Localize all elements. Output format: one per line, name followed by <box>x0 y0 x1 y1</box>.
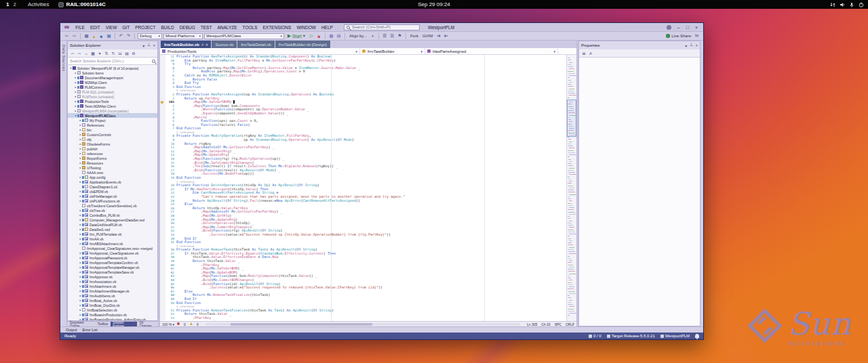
show-all-files-icon[interactable]: ▤ <box>124 51 130 56</box>
line-indicator[interactable]: Ln 305 <box>527 322 537 326</box>
home-icon[interactable]: ⌂ <box>83 51 89 56</box>
properties-icon[interactable]: ⚙ <box>131 51 136 56</box>
fork-button[interactable]: Fork <box>409 34 420 38</box>
member-dropdown[interactable]: HasPartsAssigned▾ <box>425 48 558 54</box>
tree-item[interactable]: ▸frmApprovalPassword.vb <box>68 255 157 260</box>
tree-item[interactable]: ▸frmApprovalTemplateConfirm.vb <box>68 260 157 265</box>
system-tray[interactable] <box>830 2 864 7</box>
menu-window[interactable]: WINDOW <box>294 25 319 30</box>
tree-item[interactable]: ▸WestportPLM64 (incompatible) <box>68 108 157 113</box>
clock[interactable]: Sep 29 09:24 <box>418 1 450 7</box>
solution-explorer-search-input[interactable]: Search Solution Explorer (Ctrl+;) <box>68 58 157 65</box>
toolwindow-menu-icon[interactable]: ▾ <box>685 43 687 48</box>
hot-reload-icon[interactable]: ■ <box>316 33 322 39</box>
feedback-icon[interactable]: ✉ <box>694 33 700 39</box>
tree-item[interactable]: ▸frmAttachment.vb <box>68 284 157 289</box>
panel-tab-error-list[interactable]: Error List <box>83 328 98 332</box>
tree-item[interactable]: ▸frmBoat_Active.vb <box>68 298 157 303</box>
pending-changes-filter-icon[interactable]: ▾ <box>97 51 102 56</box>
column-indicator[interactable]: Ch 33 <box>541 322 550 326</box>
tree-item[interactable]: ▾WestportPLMClass <box>68 113 157 118</box>
save-icon[interactable]: ■ <box>98 33 104 39</box>
lightbulb-icon[interactable] <box>161 101 163 104</box>
menu-project[interactable]: PROJECT <box>132 25 158 30</box>
project-dropdown[interactable]: ProductionTools▾ <box>160 48 360 54</box>
menu-build[interactable]: BUILD <box>159 25 177 30</box>
uncomment-icon[interactable]: ☱ <box>389 33 395 39</box>
menu-extensions[interactable]: EXTENSIONS <box>260 25 294 30</box>
menu-git[interactable]: GIT <box>119 25 132 30</box>
workspace-1-indicator[interactable]: 1 <box>6 1 9 7</box>
pin-icon[interactable]: ┴ <box>147 43 150 48</box>
start-without-debug-icon[interactable]: ▷ <box>309 33 315 39</box>
menu-tools[interactable]: TOOLS <box>240 25 260 30</box>
tree-item[interactable]: ▸frmBoatsInProduction_AdhocEntry.vb <box>68 317 157 320</box>
menu-view[interactable]: VIEW <box>103 25 120 30</box>
tree-item[interactable]: ▸clsEPDM.vb <box>68 189 157 194</box>
tree-item[interactable]: frmApproval_ClearSignatures.resx--merged <box>68 246 157 251</box>
dock-tab-toolbox[interactable]: Toolbox <box>96 322 111 326</box>
align-dropdown-icon[interactable]: ▾ <box>370 33 376 39</box>
tree-item[interactable]: ▸frmAttachmentManager.vb <box>68 289 157 293</box>
redo-icon[interactable]: ↷ <box>125 33 132 39</box>
code-editor[interactable]: 11Private Function HasPartsAssigned(c As… <box>160 55 576 321</box>
indent-icon[interactable]: ⇉ <box>435 33 441 39</box>
tree-item[interactable]: ▸ComboBox_PLM.vb <box>68 213 157 217</box>
tree-item[interactable]: ▸frmApprovalTemplateManager.vb <box>68 265 157 270</box>
solution-platforms-dropdown[interactable]: Mixed Platforms▾ <box>163 33 203 39</box>
refresh-icon[interactable]: ↻ <box>111 51 116 56</box>
toolwindow-menu-icon[interactable]: ▾ <box>142 43 144 48</box>
solution-configurations-dropdown[interactable]: Debug▾ <box>138 33 162 39</box>
tree-item[interactable]: ▸frmAssociation.vb <box>68 279 157 284</box>
code-line[interactable]: 53 .PPartKey _ <box>160 316 566 320</box>
tree-item[interactable]: ▸frm_PLMTemplate.vb <box>68 232 157 236</box>
tree-item[interactable]: ▸Resources <box>68 161 157 165</box>
collapse-all-icon[interactable]: ⊟ <box>117 51 123 56</box>
forward-icon[interactable]: ⇨ <box>77 51 82 56</box>
alphabetical-icon[interactable]: A <box>588 51 593 56</box>
outdent-icon[interactable]: ⇇ <box>443 33 449 39</box>
tree-item[interactable]: ▸DataGridViewPLM.vb <box>68 222 157 227</box>
tree-item[interactable]: ▸UITesting <box>68 165 157 170</box>
type-dropdown[interactable]: frmTaskBuilder▾ <box>360 48 425 54</box>
tree-item[interactable]: ▸bin <box>68 127 157 132</box>
gvim-button[interactable]: GVIM <box>421 34 434 38</box>
tree-item[interactable]: ▸clsFileManager.vb <box>68 194 157 198</box>
tree-item[interactable]: ▸ObsoleteForms <box>68 142 157 146</box>
tree-item[interactable]: ▸references <box>68 151 157 156</box>
git-repo-selector[interactable]: WestportPLM <box>660 334 690 338</box>
tree-item[interactable]: ▸frmABSAttachment.vb <box>68 241 157 246</box>
horizontal-scrollbar[interactable] <box>205 323 520 326</box>
tree-item[interactable]: ▸DataSet1.xsd <box>68 227 157 232</box>
zoom-level-dropdown[interactable]: 100 % ▾ <box>162 322 174 326</box>
close-button[interactable]: × <box>695 25 698 30</box>
tree-item[interactable]: ▸Computer_ManagementDataSet.xsd <box>68 217 157 222</box>
tree-item[interactable]: ▸frmAuditItems.vb <box>68 293 157 298</box>
tree-item[interactable]: ▸frmApproval_ClearSignatures.vb <box>68 251 157 255</box>
tree-item[interactable]: ▸clsPLMFunctions.vb <box>68 198 157 203</box>
tree-item[interactable]: ▸clsTree.vb <box>68 208 157 213</box>
document-tab[interactable]: Source.vb <box>212 41 237 48</box>
file-health-indicator[interactable]: 0 0 <box>177 322 199 326</box>
new-project-icon[interactable]: ▩ <box>83 33 90 39</box>
document-tab[interactable]: frmTaskBuilder.vb┴× <box>161 41 211 48</box>
document-tab[interactable]: frmTaskBuilder.vb [Design] <box>275 41 330 48</box>
tree-item[interactable]: ▸ProductionTools <box>68 99 157 104</box>
indent-mode-indicator[interactable]: SPC <box>555 322 561 326</box>
git-branch-selector[interactable]: Target Release-5.5.0.21 <box>607 334 655 338</box>
tree-item[interactable]: ▸frmBoatsInProduction.vb <box>68 312 157 317</box>
tree-item[interactable]: ▸ApplicationEvents.vb <box>68 179 157 184</box>
scrollbar-minimap[interactable] <box>566 55 576 321</box>
tree-item[interactable]: ▸frmAA.vb <box>68 236 157 241</box>
menu-analyze[interactable]: ANALYZE <box>214 25 239 30</box>
categorized-icon[interactable]: ⊞ <box>581 51 587 56</box>
notifications-bell-icon[interactable] <box>695 334 699 338</box>
tree-item[interactable]: ▾Solution 'WestportPLM' (6 of 10 project… <box>68 66 157 70</box>
tree-item[interactable]: ▸PLM-SQL (unloaded) <box>68 89 157 94</box>
start-debug-button[interactable]: ▶ Start▾ <box>285 33 307 39</box>
navigate-forward-icon[interactable]: ⇨ <box>71 33 77 39</box>
notification-icon[interactable] <box>667 25 671 30</box>
tree-item[interactable]: ▸publish <box>68 146 157 151</box>
pin-icon[interactable]: ┴ <box>201 43 204 47</box>
activities-button[interactable]: Activities <box>28 1 50 7</box>
